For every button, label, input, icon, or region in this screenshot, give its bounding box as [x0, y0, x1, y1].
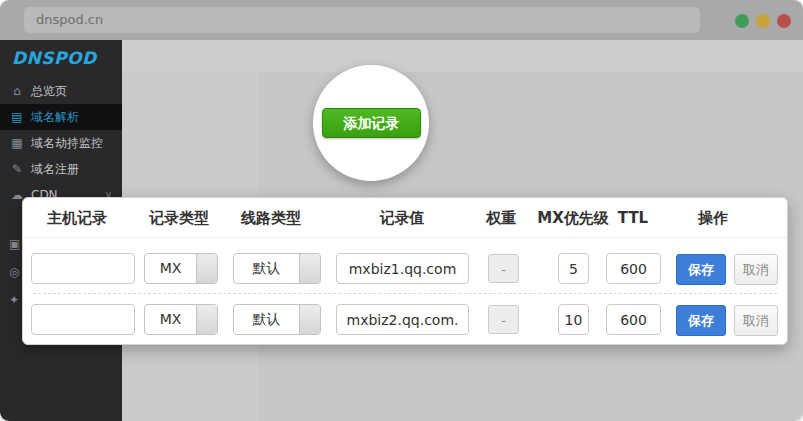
traffic-light-red[interactable] [777, 14, 791, 28]
card-column-header: 主机记录 [47, 209, 107, 228]
mx-priority-input[interactable] [558, 304, 589, 335]
sidebar-item-label: 域名劫持监控 [31, 136, 103, 150]
ttl-input[interactable] [606, 253, 661, 284]
card-column-header: 权重 [486, 209, 516, 228]
card-column-header: MX优先级 [537, 209, 609, 228]
record-type-select[interactable]: MX [144, 304, 218, 335]
dropdown-handle-icon [299, 254, 320, 283]
record-value-input[interactable] [336, 304, 469, 335]
dropdown-handle-icon [299, 305, 320, 334]
record-editor-card: 主机记录 记录类型 线路类型 记录值 权重 MX优先级 TTL 操作 MX 默认… [22, 197, 788, 345]
card-column-header: 记录类型 [149, 209, 209, 228]
browser-window: dnspod.cn sunqian1345@… ∨ | ✉ 0 | 域名备案 |… [0, 0, 803, 421]
traffic-light-green[interactable] [735, 14, 749, 28]
sidebar-item-label: 域名注册 [31, 162, 79, 176]
record-value-input[interactable] [336, 253, 469, 284]
sidebar-item-label: 总览页 [31, 84, 67, 98]
sidebar-hidden-icon: ◎ [9, 265, 23, 279]
card-column-header: 记录值 [380, 209, 425, 228]
record-type-select[interactable]: MX [144, 253, 218, 284]
line-type-value: 默认 [234, 305, 299, 334]
ttl-input[interactable] [606, 304, 661, 335]
host-record-input[interactable] [31, 253, 135, 284]
pencil-icon: ✎ [10, 156, 24, 182]
sidebar-hidden-icon: ✦ [9, 293, 23, 307]
mx-priority-input[interactable] [558, 253, 589, 284]
record-type-value: MX [145, 305, 196, 334]
cancel-button[interactable]: 取消 [734, 305, 778, 336]
url-bar[interactable]: dnspod.cn [24, 7, 700, 33]
sidebar-item-dns[interactable]: ▤域名解析 [0, 104, 122, 130]
card-column-header: 操作 [698, 209, 728, 228]
dropdown-handle-icon [196, 254, 217, 283]
card-column-header: 线路类型 [241, 209, 301, 228]
app-area: sunqian1345@… ∨ | ✉ 0 | 域名备案 | 帮助中心 问题反馈… [0, 40, 803, 421]
traffic-light-yellow[interactable] [756, 14, 770, 28]
weight-box: - [488, 254, 519, 283]
divider [23, 237, 787, 238]
card-column-header: TTL [618, 209, 648, 227]
callout-circle: 添加记录 [313, 65, 429, 181]
weight-box: - [488, 305, 519, 334]
line-type-value: 默认 [234, 254, 299, 283]
line-type-select[interactable]: 默认 [233, 253, 321, 284]
sidebar-hidden-icon: ▣ [9, 237, 23, 251]
browser-chrome: dnspod.cn [0, 0, 803, 40]
sidebar-item-label: 域名解析 [31, 110, 79, 124]
line-type-select[interactable]: 默认 [233, 304, 321, 335]
monitor-icon: ▤ [10, 104, 24, 130]
host-record-input[interactable] [31, 304, 135, 335]
sidebar-item-overview[interactable]: ⌂总览页 [0, 78, 122, 104]
dropdown-handle-icon [196, 305, 217, 334]
divider [33, 293, 777, 294]
dnspod-logo[interactable]: DNSPOD [12, 48, 97, 68]
grid-icon: ▦ [10, 130, 24, 156]
record-type-value: MX [145, 254, 196, 283]
save-button[interactable]: 保存 [676, 254, 726, 285]
cancel-button[interactable]: 取消 [734, 254, 778, 285]
save-button[interactable]: 保存 [676, 305, 726, 336]
home-icon: ⌂ [10, 78, 24, 104]
add-record-button-zoomed[interactable]: 添加记录 [322, 108, 421, 138]
sidebar-item-domain-register[interactable]: ✎域名注册 [0, 156, 122, 182]
sidebar-item-hijack-monitor[interactable]: ▦域名劫持监控 [0, 130, 122, 156]
